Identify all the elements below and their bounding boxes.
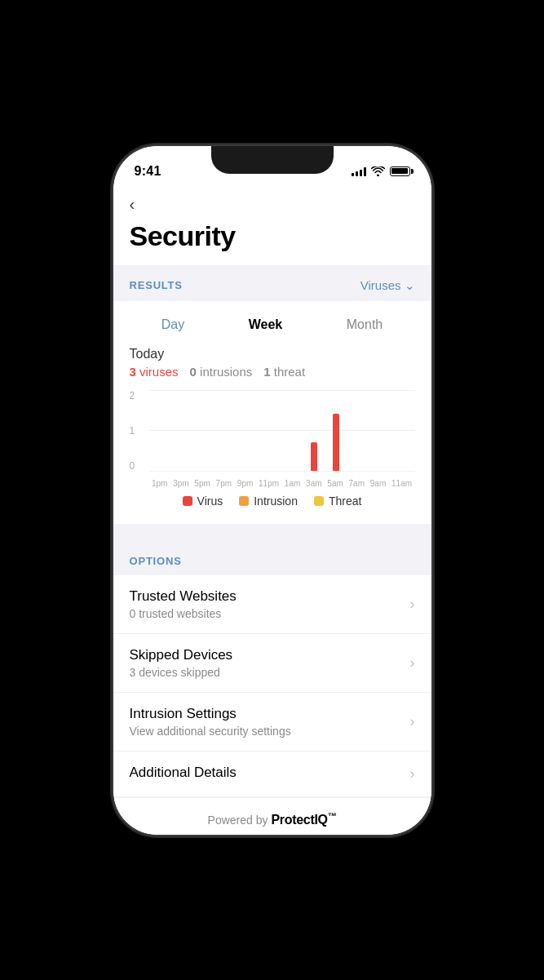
y-label-1: 1 xyxy=(130,425,146,437)
signal-icon xyxy=(352,166,366,176)
chart-card: Day Week Month Today 3 viruses xyxy=(113,301,431,524)
skipped-devices-chevron: › xyxy=(410,654,415,672)
back-button[interactable]: ‹ xyxy=(130,192,135,217)
virus-legend-label: Virus xyxy=(197,494,223,508)
chevron-down-icon: ⌄ xyxy=(405,278,415,293)
bars-container xyxy=(149,390,415,471)
x-label-3am: 3am xyxy=(306,479,321,488)
trusted-websites-subtitle: 0 trusted websites xyxy=(130,607,410,620)
threat-count: 1 xyxy=(263,365,270,379)
x-label-11pm: 11pm xyxy=(259,479,279,488)
x-label-1pm: 1pm xyxy=(152,479,167,488)
intrusion-settings-title: Intrusion Settings xyxy=(130,706,410,722)
results-header: RESULTS Viruses ⌄ xyxy=(113,267,431,301)
today-stats: Today 3 viruses 0 intrusions 1 xyxy=(130,347,415,379)
footer: Powered by ProtectIQ™ xyxy=(113,798,431,835)
virus-bar-5am xyxy=(333,414,339,471)
chart-y-labels: 2 1 0 xyxy=(130,390,146,472)
skipped-devices-text: Skipped Devices 3 devices skipped xyxy=(130,647,410,679)
x-labels: 1pm 3pm 5pm 7pm 9pm 11pm 1am 3am 5am 7am… xyxy=(149,479,415,488)
time-tabs: Day Week Month xyxy=(130,314,415,335)
x-label-5am: 5am xyxy=(327,479,343,488)
intrusions-count: 0 xyxy=(190,365,197,379)
chart-inner xyxy=(149,390,415,472)
battery-icon xyxy=(390,166,410,176)
options-label: OPTIONS xyxy=(113,543,431,575)
additional-details-text: Additional Details xyxy=(130,765,410,783)
intrusion-legend-dot xyxy=(239,496,249,506)
skipped-devices-subtitle: 3 devices skipped xyxy=(130,666,410,679)
threat-stat: 1 threat xyxy=(263,365,305,379)
y-label-2: 2 xyxy=(130,390,146,401)
bar-group-3am xyxy=(308,442,320,471)
chart-area: 2 1 0 xyxy=(130,390,415,488)
tab-day[interactable]: Day xyxy=(152,314,194,335)
bar-group-5am xyxy=(330,414,342,471)
virus-bar-3am xyxy=(311,442,317,471)
option-skipped-devices[interactable]: Skipped Devices 3 devices skipped › xyxy=(113,634,431,693)
notch xyxy=(211,146,334,174)
intrusion-settings-chevron: › xyxy=(410,713,415,730)
wifi-icon xyxy=(371,166,385,176)
page-title: Security xyxy=(130,220,415,252)
results-label: RESULTS xyxy=(130,279,183,291)
x-label-5pm: 5pm xyxy=(194,479,210,488)
options-list: Trusted Websites 0 trusted websites › Sk… xyxy=(113,575,431,796)
intrusion-legend-label: Intrusion xyxy=(254,494,298,508)
threat-label: threat xyxy=(274,365,305,379)
footer-tm: ™ xyxy=(328,811,337,821)
footer-brand: ProtectIQ™ xyxy=(271,813,336,827)
intrusion-settings-text: Intrusion Settings View additional secur… xyxy=(130,706,410,738)
legend-threat: Threat xyxy=(314,494,361,508)
viruses-stat: 3 viruses xyxy=(130,365,179,379)
threat-legend-dot xyxy=(314,496,324,506)
status-time: 9:41 xyxy=(135,164,161,179)
results-section: RESULTS Viruses ⌄ Day Week Month xyxy=(113,267,431,524)
options-section: OPTIONS Trusted Websites 0 trusted websi… xyxy=(113,543,431,796)
today-label: Today xyxy=(130,347,415,361)
filter-label: Viruses xyxy=(360,278,401,292)
trusted-websites-chevron: › xyxy=(410,596,415,613)
trusted-websites-title: Trusted Websites xyxy=(130,588,410,605)
y-label-0: 0 xyxy=(130,460,146,472)
x-label-3pm: 3pm xyxy=(173,479,188,488)
option-trusted-websites[interactable]: Trusted Websites 0 trusted websites › xyxy=(113,575,431,634)
x-label-7pm: 7pm xyxy=(216,479,232,488)
legend-virus: Virus xyxy=(183,494,223,508)
option-additional-details[interactable]: Additional Details › xyxy=(113,752,431,796)
filter-dropdown[interactable]: Viruses ⌄ xyxy=(360,278,415,293)
viruses-label: viruses xyxy=(139,365,179,379)
phone-frame: 9:41 ‹ Security xyxy=(113,146,431,835)
x-label-7am: 7am xyxy=(349,479,365,488)
header-section: ‹ Security xyxy=(113,185,431,265)
intrusions-label: intrusions xyxy=(200,365,252,379)
tab-month[interactable]: Month xyxy=(337,314,392,335)
viruses-count: 3 xyxy=(130,365,136,379)
intrusions-stat: 0 intrusions xyxy=(190,365,253,379)
trusted-websites-text: Trusted Websites 0 trusted websites xyxy=(130,588,410,620)
x-label-11am: 11am xyxy=(391,479,412,488)
skipped-devices-title: Skipped Devices xyxy=(130,647,410,663)
footer-powered-by: Powered by xyxy=(208,814,272,827)
chart-legend: Virus Intrusion Threat xyxy=(130,494,415,508)
status-icons xyxy=(352,166,410,176)
phone-screen: 9:41 ‹ Security xyxy=(113,146,431,835)
content-area: ‹ Security RESULTS Viruses ⌄ Day Week xyxy=(113,185,431,835)
x-label-1am: 1am xyxy=(285,479,300,488)
additional-details-chevron: › xyxy=(410,765,415,783)
x-label-9pm: 9pm xyxy=(237,479,253,488)
additional-details-title: Additional Details xyxy=(130,765,410,781)
x-label-9am: 9am xyxy=(370,479,386,488)
tab-week[interactable]: Week xyxy=(239,314,293,335)
stats-row: 3 viruses 0 intrusions 1 threat xyxy=(130,365,415,379)
legend-intrusion: Intrusion xyxy=(239,494,298,508)
threat-legend-label: Threat xyxy=(329,494,361,508)
virus-legend-dot xyxy=(183,496,192,506)
intrusion-settings-subtitle: View additional security settings xyxy=(130,725,410,738)
option-intrusion-settings[interactable]: Intrusion Settings View additional secur… xyxy=(113,693,431,752)
